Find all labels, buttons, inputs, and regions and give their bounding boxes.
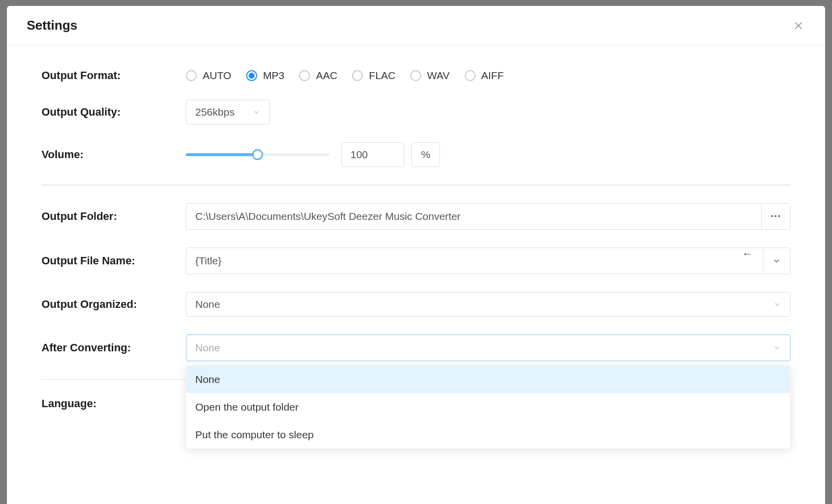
volume-slider[interactable] bbox=[186, 153, 329, 156]
radio-wav[interactable]: WAV bbox=[410, 70, 450, 82]
radio-label: MP3 bbox=[263, 70, 284, 82]
row-output-file-name: Output File Name: {Title} ← bbox=[42, 248, 790, 274]
radio-label: AUTO bbox=[203, 70, 231, 82]
radio-circle-icon bbox=[186, 70, 197, 81]
modal-body: Output Format: AUTO MP3 AAC bbox=[7, 45, 825, 504]
dropdown-item-open-folder[interactable]: Open the output folder bbox=[186, 393, 790, 421]
radio-flac[interactable]: FLAC bbox=[352, 70, 395, 82]
divider bbox=[42, 185, 790, 185]
output-organized-select[interactable]: None bbox=[186, 292, 790, 317]
slider-thumb[interactable] bbox=[252, 149, 263, 160]
radio-mp3[interactable]: MP3 bbox=[246, 70, 284, 82]
radio-circle-icon bbox=[410, 70, 421, 81]
label-output-format: Output Format: bbox=[42, 69, 186, 82]
output-organized-value: None bbox=[195, 298, 220, 310]
radio-auto[interactable]: AUTO bbox=[186, 70, 231, 82]
close-button[interactable] bbox=[791, 19, 805, 33]
close-icon bbox=[793, 20, 804, 31]
settings-modal: Settings Output Format: AUTO MP3 bbox=[7, 6, 825, 504]
browse-folder-button[interactable]: ··· bbox=[761, 203, 790, 230]
label-volume: Volume: bbox=[42, 148, 186, 161]
output-folder-input[interactable]: C:\Users\A\Documents\UkeySoft Deezer Mus… bbox=[186, 203, 761, 230]
dropdown-item-sleep[interactable]: Put the computer to sleep bbox=[186, 421, 790, 449]
radio-circle-icon bbox=[352, 70, 363, 81]
file-name-dropdown-button[interactable] bbox=[763, 248, 790, 274]
dropdown-item-none[interactable]: None bbox=[186, 366, 790, 393]
output-format-radios: AUTO MP3 AAC FLAC bbox=[186, 70, 790, 82]
ellipsis-icon: ··· bbox=[771, 210, 781, 223]
label-language: Language: bbox=[42, 397, 186, 410]
volume-unit: % bbox=[411, 142, 440, 167]
radio-label: AAC bbox=[316, 70, 337, 82]
modal-header: Settings bbox=[7, 6, 825, 45]
after-converting-dropdown: None Open the output folder Put the comp… bbox=[186, 366, 790, 449]
radio-aac[interactable]: AAC bbox=[299, 70, 337, 82]
radio-label: AIFF bbox=[482, 70, 504, 82]
row-output-organized: Output Organized: None bbox=[42, 292, 790, 317]
volume-value-input[interactable]: 100 bbox=[341, 142, 404, 167]
radio-aiff[interactable]: AIFF bbox=[465, 70, 504, 82]
label-output-quality: Output Quality: bbox=[42, 106, 186, 119]
row-output-format: Output Format: AUTO MP3 AAC bbox=[42, 69, 790, 82]
after-converting-select[interactable]: None None Open the output folder Put the… bbox=[186, 335, 790, 361]
chevron-down-icon bbox=[773, 344, 781, 352]
label-output-folder: Output Folder: bbox=[42, 210, 186, 223]
slider-fill bbox=[186, 153, 258, 156]
after-converting-value: None bbox=[195, 342, 220, 354]
output-quality-value: 256kbps bbox=[195, 106, 234, 118]
radio-label: WAV bbox=[427, 70, 450, 82]
radio-circle-icon bbox=[465, 70, 476, 81]
row-output-folder: Output Folder: C:\Users\A\Documents\Ukey… bbox=[42, 203, 790, 230]
chevron-down-icon bbox=[773, 300, 781, 308]
radio-circle-selected-icon bbox=[246, 70, 257, 81]
radio-circle-icon bbox=[299, 70, 310, 81]
row-after-converting: After Converting: None None Open the out… bbox=[42, 335, 790, 361]
label-output-organized: Output Organized: bbox=[42, 298, 186, 311]
row-output-quality: Output Quality: 256kbps bbox=[42, 100, 790, 125]
radio-label: FLAC bbox=[369, 70, 395, 82]
row-volume: Volume: 100 % bbox=[42, 142, 790, 167]
chevron-down-icon bbox=[253, 108, 261, 116]
label-output-file-name: Output File Name: bbox=[42, 254, 186, 267]
label-after-converting: After Converting: bbox=[42, 341, 186, 354]
chevron-down-icon bbox=[772, 256, 781, 265]
output-quality-select[interactable]: 256kbps bbox=[186, 100, 270, 125]
modal-title: Settings bbox=[27, 18, 78, 33]
output-file-name-input[interactable]: {Title} bbox=[186, 248, 763, 274]
